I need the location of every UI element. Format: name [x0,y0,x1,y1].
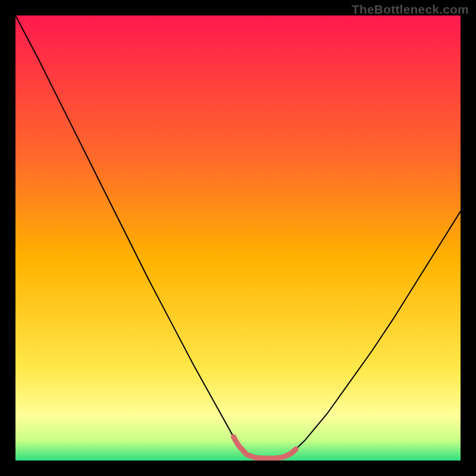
chart-container: TheBottleneck.com [0,0,476,476]
plot-area [15,15,461,461]
chart-svg [15,15,461,461]
gradient-background [15,15,461,461]
watermark-text: TheBottleneck.com [352,2,469,17]
